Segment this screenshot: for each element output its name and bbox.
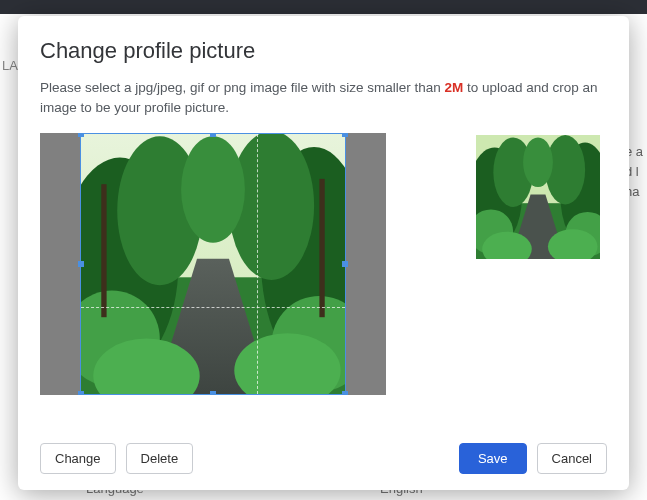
crop-handle-se[interactable] bbox=[342, 391, 348, 395]
svg-point-21 bbox=[523, 137, 553, 187]
crop-handle-sw[interactable] bbox=[78, 391, 84, 395]
crop-handle-s[interactable] bbox=[210, 391, 216, 395]
crop-handle-n[interactable] bbox=[210, 133, 216, 137]
crop-handle-nw[interactable] bbox=[78, 133, 84, 137]
save-button[interactable]: Save bbox=[459, 443, 527, 474]
bg-text: LA bbox=[2, 58, 18, 73]
crop-handle-w[interactable] bbox=[78, 261, 84, 267]
crop-preview bbox=[476, 135, 600, 259]
modal-title: Change profile picture bbox=[40, 38, 607, 64]
cancel-button[interactable]: Cancel bbox=[537, 443, 607, 474]
change-button[interactable]: Change bbox=[40, 443, 116, 474]
modal-instruction: Please select a jpg/jpeg, gif or png ima… bbox=[40, 78, 607, 119]
preview-image bbox=[476, 135, 600, 259]
image-edit-area bbox=[40, 133, 607, 430]
crop-selection[interactable] bbox=[80, 133, 346, 395]
change-profile-picture-modal: Change profile picture Please select a j… bbox=[18, 16, 629, 490]
crop-handle-e[interactable] bbox=[342, 261, 348, 267]
delete-button[interactable]: Delete bbox=[126, 443, 194, 474]
modal-footer: Change Delete Save Cancel bbox=[40, 443, 607, 474]
instruction-text: Please select a jpg/jpeg, gif or png ima… bbox=[40, 80, 444, 95]
size-limit: 2M bbox=[444, 80, 463, 95]
image-cropper[interactable] bbox=[40, 133, 386, 395]
crop-gridline-v bbox=[257, 134, 258, 394]
crop-handle-ne[interactable] bbox=[342, 133, 348, 137]
crop-gridline-h bbox=[81, 307, 345, 308]
